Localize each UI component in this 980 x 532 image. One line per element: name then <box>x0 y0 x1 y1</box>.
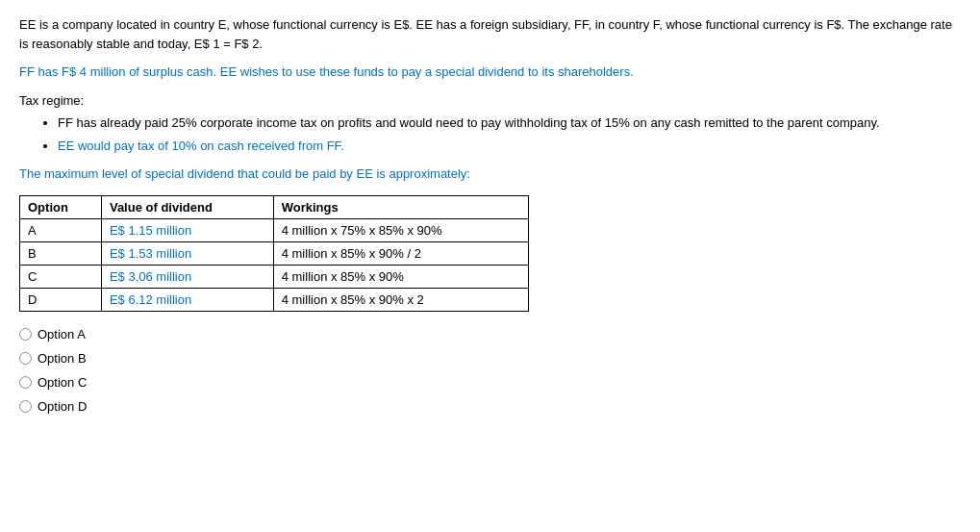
table-header-row: Option Value of dividend Workings <box>20 195 529 218</box>
col-header-option: Option <box>20 195 102 218</box>
col-header-value: Value of dividend <box>101 195 273 218</box>
radio-label-optA: Option A <box>38 327 86 342</box>
table-row: CE$ 3.06 million4 million x 85% x 90% <box>20 265 529 288</box>
table-row: DE$ 6.12 million4 million x 85% x 90% x … <box>20 288 529 311</box>
radio-group: Option AOption BOption COption D <box>19 327 961 414</box>
content-area: EE is a company located in country E, wh… <box>19 15 961 414</box>
table-cell-value-0: E$ 1.15 million <box>101 218 273 241</box>
table-cell-workings-1: 4 million x 85% x 90% / 2 <box>273 241 528 265</box>
table-row: AE$ 1.15 million4 million x 75% x 85% x … <box>20 218 529 241</box>
table-cell-workings-2: 4 million x 85% x 90% <box>273 265 528 288</box>
radio-label-optD: Option D <box>38 399 87 414</box>
intro-paragraph: EE is a company located in country E, wh… <box>19 15 961 53</box>
table-cell-workings-3: 4 million x 85% x 90% x 2 <box>273 288 528 311</box>
tax-bullet-list: FF has already paid 25% corporate income… <box>58 114 961 155</box>
options-table: Option Value of dividend Workings AE$ 1.… <box>19 195 529 312</box>
radio-circle-optD <box>19 400 32 413</box>
radio-label-optC: Option C <box>38 375 87 390</box>
table-cell-option-0: A <box>20 218 102 241</box>
table-cell-value-2: E$ 3.06 million <box>101 265 273 288</box>
radio-item-optA[interactable]: Option A <box>19 327 961 342</box>
question-text: The maximum level of special dividend th… <box>19 165 961 184</box>
bullet-item-2: EE would pay tax of 10% on cash received… <box>58 137 961 156</box>
radio-item-optC[interactable]: Option C <box>19 375 961 390</box>
radio-circle-optB <box>19 352 32 365</box>
table-row: BE$ 1.53 million4 million x 85% x 90% / … <box>20 241 529 265</box>
col-header-workings: Workings <box>273 195 528 218</box>
table-cell-option-2: C <box>20 265 102 288</box>
table-cell-option-3: D <box>20 288 102 311</box>
table-cell-value-3: E$ 6.12 million <box>101 288 273 311</box>
table-cell-workings-0: 4 million x 75% x 85% x 90% <box>273 218 528 241</box>
bullet-1-text: FF has already paid 25% corporate income… <box>58 115 880 130</box>
radio-circle-optA <box>19 328 32 341</box>
radio-circle-optC <box>19 376 32 389</box>
radio-label-optB: Option B <box>38 351 87 366</box>
surplus-paragraph: FF has F$ 4 million of surplus cash. EE … <box>19 63 961 82</box>
tax-regime-label: Tax regime: <box>19 91 961 111</box>
bullet-2-text: EE would pay tax of 10% on cash received… <box>58 139 344 153</box>
table-cell-option-1: B <box>20 241 102 265</box>
table-cell-value-1: E$ 1.53 million <box>101 241 273 265</box>
bullet-item-1: FF has already paid 25% corporate income… <box>58 114 961 133</box>
radio-item-optB[interactable]: Option B <box>19 351 961 366</box>
radio-item-optD[interactable]: Option D <box>19 399 961 414</box>
